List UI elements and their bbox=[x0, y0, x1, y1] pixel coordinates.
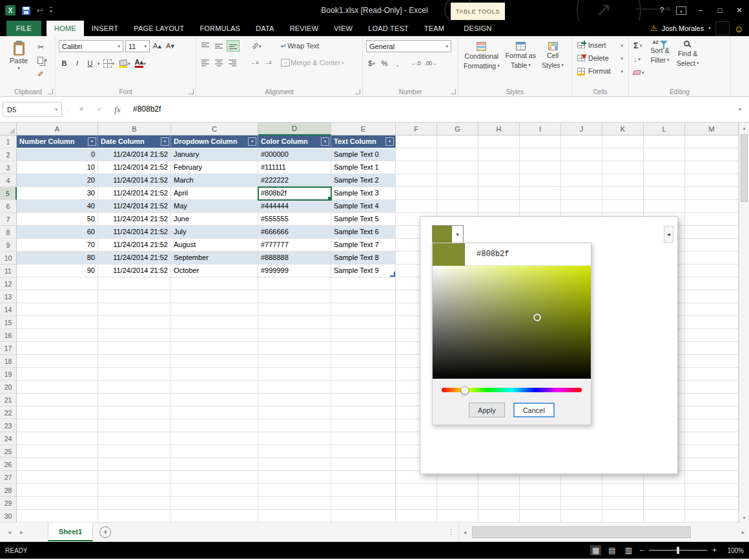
cell-A25[interactable] bbox=[17, 445, 98, 458]
cell-M10[interactable] bbox=[685, 252, 739, 265]
cell-B23[interactable] bbox=[98, 419, 171, 432]
hue-slider[interactable] bbox=[442, 388, 582, 392]
cell-C1[interactable]: Dropdown Column▾ bbox=[171, 135, 258, 148]
font-size-combo[interactable]: 11▾ bbox=[125, 40, 150, 52]
cell-J6[interactable] bbox=[561, 200, 602, 213]
cell-F30[interactable] bbox=[396, 510, 437, 523]
column-header-G[interactable]: G bbox=[437, 123, 478, 135]
cell-K5[interactable] bbox=[602, 187, 644, 200]
row-header-22[interactable]: 22 bbox=[0, 406, 17, 419]
filter-button-E[interactable]: ▾ bbox=[385, 137, 394, 146]
cell-D21[interactable] bbox=[258, 394, 331, 406]
cell-K30[interactable] bbox=[602, 510, 644, 523]
user-dropdown-icon[interactable]: ▾ bbox=[708, 26, 711, 31]
fill-handle[interactable] bbox=[327, 196, 331, 200]
cell-D1[interactable]: Color Column▾ bbox=[258, 135, 331, 148]
cell-A14[interactable] bbox=[17, 303, 98, 316]
cell-B22[interactable] bbox=[98, 406, 171, 419]
tab-review[interactable]: REVIEW bbox=[282, 21, 327, 36]
cell-E2[interactable]: Sample Text 0 bbox=[331, 148, 396, 161]
cell-A6[interactable]: 40 bbox=[17, 200, 98, 213]
scroll-down-arrow[interactable]: ▾ bbox=[739, 512, 749, 523]
cancel-entry-button[interactable]: ✕ bbox=[74, 105, 89, 114]
cell-E6[interactable]: Sample Text 4 bbox=[331, 200, 396, 213]
column-header-E[interactable]: E bbox=[331, 123, 396, 135]
cell-E20[interactable] bbox=[331, 381, 396, 394]
minimize-button[interactable]: – bbox=[691, 0, 710, 21]
cell-F2[interactable] bbox=[396, 148, 437, 161]
cell-B6[interactable]: 11/24/2014 21:52 bbox=[98, 200, 171, 213]
cell-J3[interactable] bbox=[561, 161, 602, 174]
row-header-23[interactable]: 23 bbox=[0, 419, 17, 432]
column-header-M[interactable]: M bbox=[685, 123, 739, 135]
cell-I3[interactable] bbox=[520, 161, 561, 174]
cell-E25[interactable] bbox=[331, 445, 396, 458]
cell-F1[interactable] bbox=[396, 135, 437, 148]
cell-D22[interactable] bbox=[258, 406, 331, 419]
cell-C26[interactable] bbox=[171, 458, 258, 471]
cell-B15[interactable] bbox=[98, 316, 171, 329]
undo-button[interactable]: ↩ bbox=[37, 6, 43, 14]
cell-M4[interactable] bbox=[685, 174, 739, 187]
picker-hex-value[interactable]: #808b2f bbox=[465, 250, 509, 259]
cell-C20[interactable] bbox=[171, 381, 258, 394]
cell-I2[interactable] bbox=[520, 148, 561, 161]
cell-M14[interactable] bbox=[685, 303, 739, 316]
row-header-30[interactable]: 30 bbox=[0, 510, 17, 523]
row-header-12[interactable]: 12 bbox=[0, 277, 17, 290]
cell-A11[interactable]: 90 bbox=[17, 265, 98, 277]
borders-button[interactable]: ▾ bbox=[102, 57, 116, 69]
row-header-3[interactable]: 3 bbox=[0, 161, 17, 174]
cell-L29[interactable] bbox=[644, 497, 685, 510]
cell-A13[interactable] bbox=[17, 290, 98, 303]
horizontal-scroll-thumb[interactable] bbox=[472, 526, 691, 538]
orientation-button[interactable]: ab▾ bbox=[251, 40, 263, 52]
cell-F29[interactable] bbox=[396, 497, 437, 510]
italic-button[interactable]: I bbox=[72, 57, 83, 69]
tab-team[interactable]: TEAM bbox=[416, 21, 452, 36]
cell-J1[interactable] bbox=[561, 135, 602, 148]
sort-filter-button[interactable]: AZ Sort & Filter▾ bbox=[649, 38, 672, 79]
picker-swatch-dropdown-button[interactable]: ▾ bbox=[452, 225, 464, 243]
cell-C10[interactable]: September bbox=[171, 252, 258, 265]
fill-color-button[interactable]: ▾ bbox=[118, 57, 132, 69]
save-button[interactable] bbox=[22, 6, 30, 15]
horizontal-scrollbar[interactable]: ◂ ▸ bbox=[458, 523, 749, 541]
cell-C14[interactable] bbox=[171, 303, 258, 316]
zoom-in-button[interactable]: + bbox=[712, 546, 717, 555]
cell-B10[interactable]: 11/24/2014 21:52 bbox=[98, 252, 171, 265]
cell-L2[interactable] bbox=[644, 148, 685, 161]
cell-E14[interactable] bbox=[331, 303, 396, 316]
row-header-4[interactable]: 4 bbox=[0, 174, 17, 187]
cell-M3[interactable] bbox=[685, 161, 739, 174]
cell-C8[interactable]: July bbox=[171, 226, 258, 239]
ribbon-display-options-button[interactable]: ▴ bbox=[672, 0, 691, 21]
cell-A8[interactable]: 60 bbox=[17, 226, 98, 239]
row-header-13[interactable]: 13 bbox=[0, 290, 17, 303]
cell-J29[interactable] bbox=[561, 497, 602, 510]
vertical-scrollbar[interactable]: ▴ ▾ bbox=[739, 123, 749, 523]
cell-C5[interactable]: April bbox=[171, 187, 258, 200]
saturation-cursor[interactable] bbox=[533, 314, 541, 321]
cell-G28[interactable] bbox=[437, 484, 478, 497]
row-header-1[interactable]: 1 bbox=[0, 135, 17, 148]
cell-M11[interactable] bbox=[685, 265, 739, 277]
cell-F28[interactable] bbox=[396, 484, 437, 497]
cell-B14[interactable] bbox=[98, 303, 171, 316]
tab-home[interactable]: HOME bbox=[46, 21, 84, 36]
cell-I28[interactable] bbox=[520, 484, 561, 497]
cell-K2[interactable] bbox=[602, 148, 644, 161]
cell-A7[interactable]: 50 bbox=[17, 213, 98, 226]
scroll-right-arrow[interactable]: ▸ bbox=[739, 529, 748, 535]
cell-L3[interactable] bbox=[644, 161, 685, 174]
cell-M29[interactable] bbox=[685, 497, 739, 510]
cell-K1[interactable] bbox=[602, 135, 644, 148]
cell-C18[interactable] bbox=[171, 355, 258, 368]
cut-button[interactable]: ✂ bbox=[36, 41, 48, 53]
cell-C25[interactable] bbox=[171, 445, 258, 458]
cell-I5[interactable] bbox=[520, 187, 561, 200]
cell-D10[interactable]: #888888 bbox=[258, 252, 331, 265]
cancel-button[interactable]: Cancel bbox=[513, 403, 555, 417]
format-as-table-button[interactable]: Format as Table▾ bbox=[504, 41, 538, 70]
page-break-view-button[interactable]: ▥ bbox=[623, 545, 634, 555]
